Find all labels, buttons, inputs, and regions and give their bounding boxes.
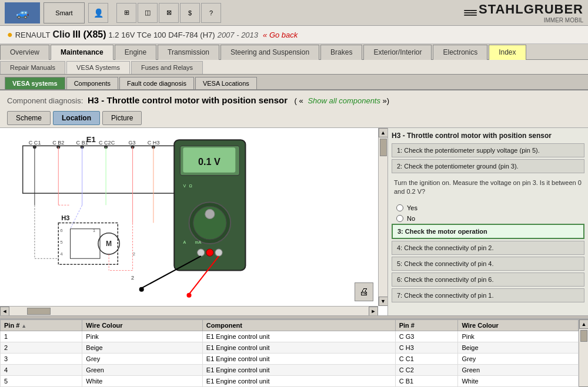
tab-maintenance[interactable]: Maintenance (51, 45, 113, 60)
svg-rect-0 (23, 146, 183, 193)
svg-text:4: 4 (60, 251, 63, 257)
table-row: 3 Grey E1 Engine control unit C C1 Grey (1, 354, 579, 365)
step-5-button[interactable]: 5: Check the connectivity of pin 4. (392, 257, 584, 271)
vesa-tab-components[interactable]: Components (66, 77, 118, 89)
step-1-button[interactable]: 1: Check the potentiometer supply voltag… (392, 143, 584, 157)
print-button[interactable]: 🖨 (355, 282, 373, 301)
col-wire1[interactable]: Wire Colour (82, 320, 202, 331)
vesa-tab-locations[interactable]: VESA Locations (195, 77, 257, 89)
person-icon-btn[interactable]: 👤 (88, 3, 108, 23)
vehicle-model: Clio (52, 29, 70, 40)
step-7-button[interactable]: 7: Check the connectivity of pin 1. (392, 288, 584, 302)
diagram-scrollbar-horizontal[interactable]: ◄ ► (0, 306, 378, 315)
table-scrollbar-v[interactable]: ▲ ▼ (579, 319, 588, 387)
vehicle-engine: 1.2 16V TCe 100 D4F-784 (H7) (109, 31, 215, 39)
tab-exterior[interactable]: Exterior/Interior (363, 45, 432, 60)
tool5-btn[interactable]: ? (201, 3, 221, 23)
scroll-thumb-h[interactable] (27, 308, 51, 315)
smart-button[interactable]: Smart (44, 2, 85, 23)
vesa-tab-systems[interactable]: VESA systems (5, 77, 65, 89)
table-scroll-thumb[interactable] (580, 330, 587, 342)
step-4-button[interactable]: 4: Check the connectivity of pin 2. (392, 241, 584, 255)
svg-text:2: 2 (133, 251, 136, 257)
logo: ≡≡ STAHLGRUBER IMMER MOBIL (463, 2, 583, 23)
tool4-btn[interactable]: $ (180, 3, 200, 23)
vehicle-bar: ● RENAULT Clio III (X85) 1.2 16V TCe 100… (0, 26, 588, 44)
table-scroll-up[interactable]: ▲ (579, 319, 588, 329)
diagram-scrollbar-vertical[interactable]: ▲ ▼ (378, 128, 387, 306)
data-table: Pin # ▲ Wire Colour Component Pin # Wire… (0, 319, 579, 387)
tool1-btn[interactable]: ⊞ (116, 3, 136, 23)
tool1-icon: ⊞ (124, 9, 129, 16)
table-scroll-wrap: Pin # ▲ Wire Colour Component Pin # Wire… (0, 319, 588, 387)
table-scroll-track[interactable] (579, 329, 588, 386)
scroll-track-h[interactable] (9, 307, 369, 315)
cell-comp-1: E1 Engine control unit (202, 342, 395, 354)
main-tabs: Overview Maintenance Engine Transmission… (0, 44, 588, 60)
scroll-up-btn[interactable]: ▲ (379, 128, 388, 137)
step-6-button[interactable]: 6: Check the connectivity of pin 6. (392, 272, 584, 287)
tab-engine[interactable]: Engine (115, 45, 156, 60)
svg-text:C H3: C H3 (148, 140, 160, 146)
svg-text:C C2C: C C2C (99, 140, 115, 146)
view-tab-picture[interactable]: Picture (102, 111, 142, 125)
col-wire2[interactable]: Wire Colour (458, 320, 579, 331)
logo-text: STAHLGRUBER (479, 2, 583, 17)
cell-wire1-4: White (82, 376, 202, 387)
tab-brakes[interactable]: Brakes (320, 45, 362, 60)
view-tab-location[interactable]: Location (53, 111, 100, 125)
tool3-btn[interactable]: ⊠ (159, 3, 179, 23)
tool3-icon: ⊠ (166, 9, 172, 16)
sub-tabs: Repair Manuals VESA Systems Fuses and Re… (0, 60, 588, 75)
subtab-fuses[interactable]: Fuses and Relays (131, 61, 203, 74)
col-pin2[interactable]: Pin # (395, 320, 458, 331)
step-2-button[interactable]: 2: Check the potentiometer ground (pin 3… (392, 159, 584, 173)
scroll-down-btn[interactable]: ▼ (379, 297, 388, 306)
scroll-left-btn[interactable]: ◄ (0, 307, 9, 316)
table-container[interactable]: Pin # ▲ Wire Colour Component Pin # Wire… (0, 319, 579, 387)
cell-comp-0: E1 Engine control unit (202, 331, 395, 342)
subtab-vesa[interactable]: VESA Systems (66, 61, 130, 74)
tool4-icon: $ (188, 9, 192, 16)
cell-wire2-2: Grey (458, 354, 579, 365)
svg-line-47 (142, 256, 201, 288)
scroll-track-v[interactable] (379, 137, 387, 297)
col-component[interactable]: Component (202, 320, 395, 331)
svg-text:C B2: C B2 (52, 140, 64, 146)
show-all-separator: ( « (295, 96, 303, 105)
tab-electronics[interactable]: Electronics (433, 45, 487, 60)
tool2-btn[interactable]: ◫ (138, 3, 158, 23)
tab-index[interactable]: Index (489, 45, 526, 60)
vehicle-variant: III (X85) (73, 29, 106, 40)
scroll-thumb-v[interactable] (380, 139, 387, 156)
cell-wire2-3: Green (458, 365, 579, 376)
no-option[interactable]: No (392, 213, 584, 224)
svg-text:C C1: C C1 (29, 140, 41, 146)
scroll-right-btn[interactable]: ► (369, 307, 378, 316)
yes-radio[interactable] (396, 204, 403, 211)
show-all-link[interactable]: Show all components (308, 96, 380, 105)
goback-link[interactable]: « Go back (263, 31, 298, 39)
tab-steering[interactable]: Steering and Suspension (220, 45, 319, 60)
vesa-tab-fault[interactable]: Fault code diagnosis (119, 77, 194, 89)
yes-option[interactable]: Yes (392, 203, 584, 213)
tab-overview[interactable]: Overview (0, 45, 49, 60)
no-radio[interactable] (396, 215, 403, 222)
car-button[interactable]: 🚙 (5, 2, 40, 23)
cell-wire1-2: Grey (82, 354, 202, 365)
tab-transmission[interactable]: Transmission (158, 45, 219, 60)
tool2-icon: ◫ (145, 9, 151, 16)
cell-pin2-3: C C2 (395, 365, 458, 376)
col-pin1[interactable]: Pin # ▲ (1, 320, 82, 331)
view-tab-scheme[interactable]: Scheme (7, 111, 51, 125)
cell-comp-2: E1 Engine control unit (202, 354, 395, 365)
svg-text:5: 5 (60, 240, 63, 245)
diagram-panel: E1 C C1 C B2 C B1 C C2C G3 C H3 (0, 128, 388, 315)
show-all-close: ») (383, 96, 390, 105)
cell-wire2-0: Pink (458, 331, 579, 342)
subtab-repair[interactable]: Repair Manuals (0, 61, 65, 74)
table-row: 5 White E1 Engine control unit C B1 Whit… (1, 376, 579, 387)
step-3-button[interactable]: 3: Check the motor operation (392, 224, 584, 239)
svg-text:Ω: Ω (189, 184, 192, 188)
right-panel-title: H3 - Throttle control motor with positio… (392, 132, 584, 140)
